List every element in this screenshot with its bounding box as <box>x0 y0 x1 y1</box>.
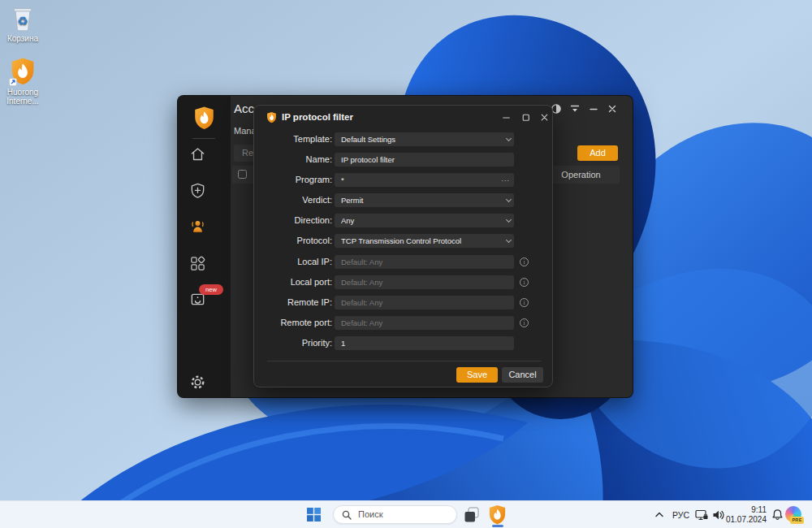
language-indicator[interactable]: РУС <box>672 510 689 520</box>
notifications-bell-icon[interactable] <box>771 509 784 521</box>
info-icon[interactable]: i <box>520 318 529 327</box>
cancel-button[interactable]: Cancel <box>502 367 543 383</box>
template-select[interactable]: Default Settings <box>335 132 514 146</box>
close-icon[interactable] <box>606 102 619 115</box>
desktop-icon-recycle-bin[interactable]: ♻ Корзина <box>0 6 45 43</box>
dialog-divider <box>267 361 541 361</box>
tray-clock[interactable]: 9:11 01.07.2024 <box>721 505 767 525</box>
form-row-local-ip: Local IP: Default: Any i <box>254 255 552 269</box>
huorong-label-line2: Interne... <box>6 97 38 106</box>
field-label: Name: <box>254 153 332 167</box>
sidebar-item-access-control-icon[interactable] <box>189 218 206 235</box>
name-input[interactable]: IP protocol filter <box>335 153 514 167</box>
tray-date: 01.07.2024 <box>721 515 767 525</box>
dialog-minimize-icon[interactable] <box>500 111 512 123</box>
form-row-verdict: Verdict: Permit <box>254 193 552 207</box>
priority-input[interactable]: 1 <box>335 336 514 350</box>
shortcut-arrow-icon <box>9 78 17 86</box>
form-row-remote-port: Remote port: Default: Any i <box>254 316 552 330</box>
save-button[interactable]: Save <box>456 367 498 383</box>
search-icon <box>342 510 352 520</box>
form-row-template: Template: Default Settings <box>254 132 552 146</box>
field-label: Priority: <box>254 336 332 350</box>
remote-port-input[interactable]: Default: Any <box>335 316 514 330</box>
main-menu-icon[interactable] <box>568 102 581 115</box>
recycle-bin-label: Корзина <box>7 34 38 43</box>
operation-column-header: Operation <box>542 166 620 184</box>
sidebar: new <box>178 96 231 397</box>
field-label: Direction: <box>254 214 332 227</box>
new-badge: new <box>199 284 223 295</box>
svg-text:♻: ♻ <box>17 14 28 28</box>
field-label: Program: <box>254 173 332 187</box>
verdict-select[interactable]: Permit <box>335 193 514 207</box>
sidebar-item-protection-icon[interactable] <box>189 182 206 199</box>
main-window-title: Acc <box>234 102 254 115</box>
form-row-direction: Direction: Any <box>254 214 552 227</box>
remote-ip-input[interactable]: Default: Any <box>335 296 514 309</box>
start-button-icon[interactable] <box>307 508 321 522</box>
huorong-label-line1: Huorong <box>7 88 38 97</box>
browse-ellipsis-button[interactable]: ... <box>501 173 510 184</box>
sidebar-divider <box>192 138 215 139</box>
field-label: Remote IP: <box>254 296 332 309</box>
select-all-checkbox[interactable] <box>238 170 247 179</box>
add-button[interactable]: Add <box>577 145 618 161</box>
form-row-remote-ip: Remote IP: Default: Any i <box>254 296 552 309</box>
app-logo-icon <box>193 106 215 130</box>
taskbar-huorong-icon[interactable] <box>487 504 508 525</box>
minimize-icon[interactable] <box>587 102 600 115</box>
protocol-select[interactable]: TCP Transmission Control Protocol <box>335 234 514 248</box>
field-label: Local port: <box>254 275 332 289</box>
field-label: Verdict: <box>254 193 332 207</box>
form-row-protocol: Protocol: TCP Transmission Control Proto… <box>254 234 552 248</box>
info-icon[interactable]: i <box>520 278 529 287</box>
dialog-close-icon[interactable] <box>538 111 551 123</box>
program-input[interactable]: * <box>335 173 514 187</box>
copilot-pre-badge: PRE <box>790 517 804 524</box>
network-icon[interactable] <box>695 509 708 521</box>
dialog-maximize-icon[interactable] <box>520 111 532 123</box>
active-app-indicator <box>492 525 503 527</box>
dialog-title: IP protocol filter <box>282 112 353 122</box>
field-label: Protocol: <box>254 234 332 248</box>
recycle-bin-icon: ♻ <box>10 6 36 32</box>
local-port-input[interactable]: Default: Any <box>335 275 514 289</box>
ip-protocol-filter-dialog: IP protocol filter Template: Default Set… <box>253 105 553 387</box>
taskbar: Поиск РУС 9:11 01.07.2024 PRE <box>0 500 812 528</box>
tray-chevron-up-icon[interactable] <box>654 511 664 517</box>
info-icon[interactable]: i <box>520 258 529 266</box>
direction-select[interactable]: Any <box>335 214 514 227</box>
form-row-priority: Priority: 1 <box>254 336 552 350</box>
sidebar-item-settings-gear-icon[interactable] <box>189 374 206 391</box>
field-label: Template: <box>254 132 332 146</box>
sidebar-item-app-grid-icon[interactable] <box>189 255 206 272</box>
huorong-shield-icon <box>10 57 36 85</box>
info-icon[interactable]: i <box>520 298 529 307</box>
search-box[interactable]: Поиск <box>333 505 457 524</box>
task-view-icon[interactable] <box>463 506 481 524</box>
field-label: Local IP: <box>254 255 332 269</box>
field-label: Remote port: <box>254 316 332 330</box>
form-row-program: Program: * ... <box>254 173 552 187</box>
sidebar-item-home-icon[interactable] <box>189 145 206 162</box>
search-placeholder: Поиск <box>358 506 382 523</box>
dialog-logo-icon <box>266 111 277 123</box>
form-row-local-port: Local port: Default: Any i <box>254 275 552 289</box>
desktop-icon-huorong[interactable]: Huorong Interne... <box>0 57 45 106</box>
tray-time: 9:11 <box>721 505 767 515</box>
form-row-name: Name: IP protocol filter <box>254 153 552 167</box>
local-ip-input[interactable]: Default: Any <box>335 255 514 269</box>
